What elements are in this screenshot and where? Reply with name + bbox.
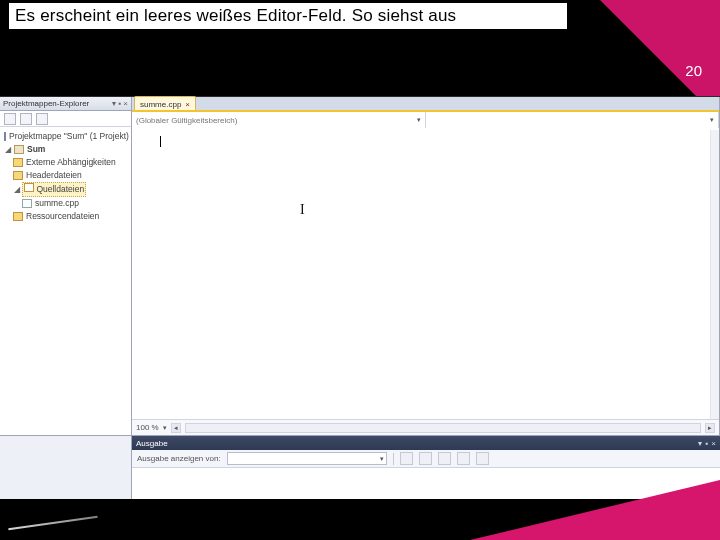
output-toolbar-button[interactable]	[419, 452, 432, 465]
chevron-down-icon: ▾	[380, 455, 384, 463]
scope-dropdown[interactable]: (Globaler Gültigkeitsbereich) ▾	[132, 112, 426, 128]
scope-dropdown-text: (Globaler Gültigkeitsbereich)	[136, 116, 237, 125]
editor-scrollbar[interactable]	[710, 130, 719, 419]
tree-extdeps-row[interactable]: Externe Abhängigkeiten	[4, 156, 127, 169]
solution-tree: Projektmappe "Sum" (1 Projekt) ◢ Sum Ext…	[0, 127, 131, 226]
slide-number: 20	[685, 62, 702, 79]
chevron-down-icon: ▾	[417, 116, 421, 124]
project-icon	[14, 145, 24, 154]
toolbar-button[interactable]	[4, 113, 16, 125]
cpp-file-icon	[22, 199, 32, 208]
ibeam-cursor-icon: I	[300, 202, 305, 218]
output-toolbar-button[interactable]	[457, 452, 470, 465]
tree-label: Quelldateien	[36, 184, 84, 194]
horizontal-scrollbar[interactable]	[185, 423, 701, 433]
panel-close-icon[interactable]: ×	[711, 439, 716, 448]
editor-panel: summe.cpp × (Globaler Gültigkeitsbereich…	[132, 97, 720, 435]
folder-icon	[13, 158, 23, 167]
solution-explorer-below	[0, 435, 132, 500]
panel-pin-icon[interactable]: ▪	[118, 99, 121, 108]
solution-explorer-titlebar: Projektmappen-Explorer ▾ ▪ ×	[0, 97, 131, 111]
output-toolbar-button[interactable]	[438, 452, 451, 465]
zoom-level[interactable]: 100 %	[136, 423, 159, 432]
solution-icon	[4, 132, 6, 141]
panel-close-icon[interactable]: ×	[123, 99, 128, 108]
slide-heading-text: Es erscheint ein leeres weißes Editor-Fe…	[15, 6, 456, 26]
tree-label: Ressourcendateien	[26, 210, 99, 223]
scroll-right-icon[interactable]: ▸	[705, 423, 715, 433]
tree-label: Externe Abhängigkeiten	[26, 156, 116, 169]
tree-sourcefile-row[interactable]: summe.cpp	[4, 197, 127, 210]
tree-solution-row[interactable]: Projektmappe "Sum" (1 Projekt)	[4, 130, 127, 143]
editor-nav-dropdowns: (Globaler Gültigkeitsbereich) ▾ ▾	[132, 112, 719, 128]
output-toolbar: Ausgabe anzeigen von: ▾	[132, 450, 720, 468]
editor-statusbar: 100 % ▾ ◂ ▸	[132, 419, 719, 435]
toolbar-button[interactable]	[36, 113, 48, 125]
close-icon[interactable]: ×	[185, 100, 190, 109]
folder-icon	[13, 171, 23, 180]
tree-label: Projektmappe "Sum" (1 Projekt)	[9, 130, 129, 143]
solution-explorer-title: Projektmappen-Explorer	[3, 99, 89, 108]
tree-headers-row[interactable]: Headerdateien	[4, 169, 127, 182]
slide-bottom-accent	[470, 480, 720, 540]
output-show-from-label: Ausgabe anzeigen von:	[137, 454, 221, 463]
tree-label: summe.cpp	[35, 197, 79, 210]
output-title: Ausgabe	[136, 439, 168, 448]
expand-icon[interactable]: ◢	[13, 183, 20, 196]
folder-icon	[13, 212, 23, 221]
panel-dropdown-icon[interactable]: ▾	[698, 439, 702, 448]
editor-tabstrip: summe.cpp ×	[132, 97, 719, 112]
slide-heading-box: Es erscheint ein leeres weißes Editor-Fe…	[8, 2, 568, 30]
chevron-down-icon: ▾	[710, 116, 714, 124]
tree-project-row[interactable]: ◢ Sum	[4, 143, 127, 156]
solution-explorer-panel: Projektmappen-Explorer ▾ ▪ × Projektmapp…	[0, 97, 132, 435]
scroll-left-icon[interactable]: ◂	[171, 423, 181, 433]
text-caret	[160, 136, 161, 147]
tab-label: summe.cpp	[140, 100, 181, 109]
tree-sources-row[interactable]: ◢ Quelldateien	[4, 182, 127, 197]
tree-label: Sum	[27, 143, 45, 156]
output-source-dropdown[interactable]: ▾	[227, 452, 387, 465]
chevron-down-icon[interactable]: ▾	[163, 424, 167, 432]
panel-pin-icon[interactable]: ▪	[705, 439, 708, 448]
solution-explorer-toolbar	[0, 111, 131, 127]
tree-label: Headerdateien	[26, 169, 82, 182]
panel-dropdown-icon[interactable]: ▾	[112, 99, 116, 108]
ide-screenshot: Projektmappen-Explorer ▾ ▪ × Projektmapp…	[0, 96, 720, 514]
expand-icon[interactable]: ◢	[4, 143, 11, 156]
output-toolbar-button[interactable]	[400, 452, 413, 465]
toolbar-button[interactable]	[20, 113, 32, 125]
member-dropdown[interactable]: ▾	[426, 112, 720, 128]
code-editor[interactable]: I	[132, 130, 719, 419]
output-titlebar: Ausgabe ▾ ▪ ×	[132, 436, 720, 450]
output-toolbar-button[interactable]	[476, 452, 489, 465]
folder-open-icon	[24, 183, 34, 192]
tree-resources-row[interactable]: Ressourcendateien	[4, 210, 127, 223]
editor-tab[interactable]: summe.cpp ×	[134, 96, 196, 110]
